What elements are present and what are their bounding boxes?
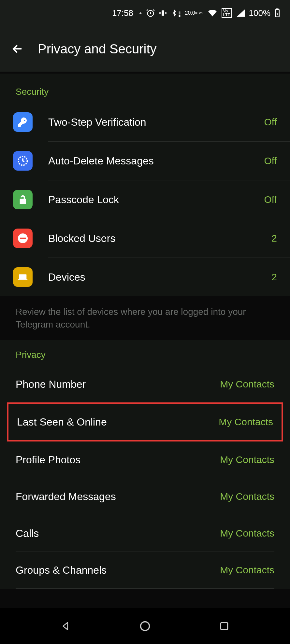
wifi-icon [207, 9, 218, 17]
item-label: Profile Photos [16, 454, 220, 466]
status-dot: ● [139, 10, 142, 16]
item-value: My Contacts [220, 379, 274, 390]
item-value: My Contacts [220, 565, 274, 576]
item-label: Blocked Users [48, 232, 271, 245]
item-label: Calls [16, 527, 220, 539]
page-title: Privacy and Security [38, 42, 157, 56]
system-nav-bar [0, 608, 290, 644]
status-time: 17:58 [112, 8, 133, 18]
svg-rect-9 [19, 274, 27, 280]
item-value: 2 [271, 233, 277, 244]
back-button[interactable] [10, 41, 25, 56]
forwarded-messages-item[interactable]: Forwarded Messages My Contacts [0, 478, 290, 515]
devices-info-text: Review the list of devices where you are… [0, 296, 290, 340]
item-value: My Contacts [220, 491, 274, 502]
profile-photos-item[interactable]: Profile Photos My Contacts [0, 441, 290, 478]
privacy-section-header: Privacy [0, 340, 290, 366]
groups-channels-item[interactable]: Groups & Channels My Contacts [0, 552, 290, 588]
item-label: Auto-Delete Messages [48, 155, 264, 167]
calls-item[interactable]: Calls My Contacts [0, 515, 290, 552]
two-step-verification-item[interactable]: Two-Step Verification Off [0, 103, 290, 141]
item-value: Off [264, 194, 277, 205]
item-label: Last Seen & Online [17, 416, 219, 428]
item-value: Off [264, 155, 277, 166]
item-label: Two-Step Verification [48, 116, 264, 128]
svg-rect-5 [277, 9, 278, 9]
lock-icon [13, 190, 33, 209]
svg-rect-12 [221, 623, 228, 629]
auto-delete-messages-item[interactable]: Auto-Delete Messages Off [0, 142, 290, 180]
alarm-icon [146, 8, 155, 18]
block-icon [13, 229, 33, 248]
svg-rect-3 [179, 11, 180, 14]
item-value: My Contacts [220, 528, 274, 539]
kbs-value: 20.0 [185, 10, 195, 16]
item-value: Off [264, 117, 277, 128]
nav-back-button[interactable] [58, 618, 74, 634]
svg-rect-10 [18, 279, 27, 280]
nav-home-button[interactable] [137, 618, 153, 634]
item-label: Passcode Lock [48, 194, 264, 206]
item-value: My Contacts [219, 416, 273, 427]
timer-icon [13, 151, 33, 171]
app-header: Privacy and Security [0, 26, 290, 72]
svg-rect-8 [20, 238, 26, 239]
battery-icon [274, 8, 280, 18]
volte-icon: VoLTE [222, 8, 232, 18]
security-section-header: Security [0, 77, 290, 103]
svg-rect-2 [179, 15, 180, 17]
item-label: Forwarded Messages [16, 491, 220, 503]
item-value: 2 [271, 272, 277, 283]
kbs-unit: KB/S [195, 11, 203, 15]
signal-icon [236, 9, 245, 17]
highlighted-item: Last Seen & Online My Contacts [7, 402, 283, 441]
svg-point-11 [140, 622, 149, 631]
item-label: Devices [48, 271, 271, 283]
battery-percentage: 100% [249, 8, 271, 18]
last-seen-online-item[interactable]: Last Seen & Online My Contacts [8, 404, 282, 440]
nav-recent-button[interactable] [216, 618, 232, 634]
key-icon [13, 112, 33, 132]
item-value: My Contacts [220, 454, 274, 465]
devices-icon [13, 267, 33, 287]
phone-number-item[interactable]: Phone Number My Contacts [0, 366, 290, 402]
item-label: Groups & Channels [16, 564, 220, 576]
bluetooth-icon [171, 8, 181, 18]
blocked-users-item[interactable]: Blocked Users 2 [0, 219, 290, 258]
svg-rect-1 [162, 10, 164, 16]
status-bar: 17:58 ● 20.0 KB/S VoLTE 100% [0, 0, 290, 26]
data-speed-indicator: 20.0 KB/S [185, 10, 203, 16]
item-label: Phone Number [16, 378, 220, 390]
devices-item[interactable]: Devices 2 [0, 258, 290, 296]
vibrate-icon [159, 8, 167, 18]
passcode-lock-item[interactable]: Passcode Lock Off [0, 180, 290, 219]
